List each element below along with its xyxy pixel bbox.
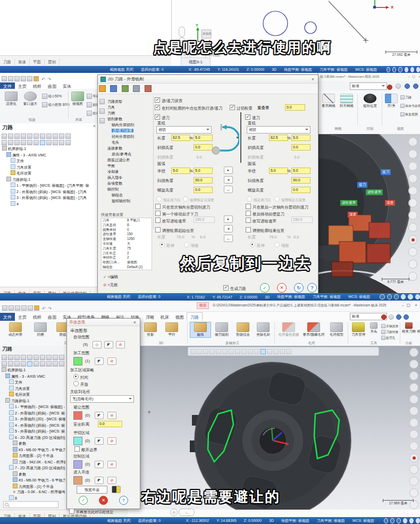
tree-item[interactable]: 2 - 外形铣削 (斜插) - [WCS: 俯 <box>2 410 65 417</box>
checkbox[interactable] <box>155 211 161 216</box>
dialog-title-bar[interactable]: 2D 刀路 - 外形铣削 × <box>98 75 318 84</box>
panel-toolbar-icon[interactable] <box>21 361 26 367</box>
auto-clear-button[interactable]: ⊘ <box>116 341 125 348</box>
overlap-field[interactable]: 0.0 <box>285 104 305 111</box>
leadin-line-type[interactable]: 相切 <box>156 126 212 134</box>
section-view-status[interactable]: 截面视图 关闭 <box>107 294 130 300</box>
status-icon[interactable] <box>387 67 390 72</box>
pocket-button[interactable]: 挖槽 <box>30 322 51 337</box>
leadin-length[interactable]: 5.0 <box>194 135 213 141</box>
open-radio[interactable]: 开放 <box>73 381 88 387</box>
tree-item[interactable]: 文件 <box>2 158 96 164</box>
leadin-radius-pct[interactable]: 5.0 <box>171 168 190 174</box>
dialog-tree-item[interactable]: 原点/参考点 <box>106 151 152 157</box>
copy-right-button[interactable]: ▸ <box>224 215 233 223</box>
panel-search[interactable] <box>3 501 58 508</box>
checkbox[interactable] <box>246 211 251 216</box>
select-tool-icon[interactable] <box>267 349 272 354</box>
unified-button[interactable]: 智能综合 <box>233 322 253 337</box>
tree-item[interactable]: 1 - 平面铣削 - [WCS: 俯视图] - <box>2 404 65 410</box>
view-control-button[interactable] <box>408 174 417 183</box>
view-control-button[interactable] <box>408 247 417 256</box>
machining-range-swatch[interactable] <box>73 357 82 365</box>
status-icon[interactable] <box>384 518 388 523</box>
entry-select-button[interactable]: ◤ <box>95 477 104 484</box>
radio[interactable] <box>156 196 162 202</box>
radio[interactable] <box>183 196 188 202</box>
leadout-extend[interactable]: 延伸 <box>250 242 265 248</box>
auto-select-button[interactable]: ◤ <box>104 341 113 348</box>
gouge-check[interactable]: 过切检查 <box>230 105 253 111</box>
tree-item[interactable]: 6 - 2D 高速刀路 (2D 区域铣削) <box>2 435 65 441</box>
close-icon[interactable]: × <box>132 320 138 325</box>
select-tool-icon[interactable] <box>190 349 196 354</box>
checkbox[interactable] <box>155 204 161 209</box>
hammer-icon[interactable] <box>99 85 106 92</box>
dialog-tree-item[interactable]: 圆弧过滤公差 <box>106 157 152 163</box>
tree-item[interactable]: 刀路 - 942.0K - 6.NC - 程序编号 <box>2 459 65 465</box>
view-control-button[interactable] <box>409 360 418 369</box>
tree-item-invalid[interactable]: ✕刀路 - 0.0K - 6.NC - 程序编号 <box>2 489 65 495</box>
ok-button[interactable]: ✓ <box>79 496 88 505</box>
view-control-button[interactable] <box>408 186 417 195</box>
panel-toolbar-icon[interactable] <box>2 361 7 367</box>
tree-item[interactable]: 属性 - 3 - AXIS VMC <box>2 152 96 159</box>
tree-item[interactable]: 2 - 外形铣削 (斜插) - [WCS: 俯视图] - [刀具 <box>2 189 96 195</box>
dialog-tree-item[interactable]: 刀具 <box>106 104 152 110</box>
leadin-override-feed[interactable]: 改写进给速率 <box>155 218 186 224</box>
panel-toolbar-icon[interactable] <box>2 140 7 145</box>
tplane[interactable]: 刀具平面: 俯视图 <box>317 518 345 523</box>
tree-item[interactable]: 4 - 外形铣削 (斜插) - [WCS: 俯 <box>2 422 65 429</box>
leadin-sweep[interactable]: 90.0 <box>194 177 213 184</box>
deburr-button[interactable]: 去除毛刺 <box>253 322 273 337</box>
cancel-button[interactable]: ✕ <box>277 283 287 293</box>
leadout-adjust-end[interactable]: 调整轮廓结束位置 <box>246 227 284 234</box>
tplane[interactable]: 刀具平面: 俯视图 <box>313 294 341 300</box>
panel-toolbar-icon[interactable] <box>40 361 45 367</box>
status-icon[interactable] <box>410 67 414 72</box>
mode-3d[interactable]: 3D <box>272 68 276 71</box>
radio[interactable] <box>73 381 79 386</box>
onoff-button[interactable]: 开/关 <box>384 94 399 109</box>
project-button[interactable]: 投影 <box>140 322 161 337</box>
leadout-override-value[interactable]: 150.0 <box>291 217 313 223</box>
leadin-first-move[interactable]: 第一个移动后才下刀 <box>155 211 198 217</box>
status-icon[interactable] <box>387 294 392 300</box>
copy-left-button[interactable]: ◂ <box>224 225 233 232</box>
view-control-button[interactable] <box>408 223 417 232</box>
doc-tab[interactable]: 实体 <box>15 59 30 65</box>
win2-title-bar[interactable]: ↶ ↷ 模拟 G:\2024\3.0\Mastercam2025\录制课文件\1… <box>0 301 420 312</box>
undo-icon[interactable]: ↶ <box>42 306 46 311</box>
select-tool-icon[interactable] <box>197 349 202 354</box>
panel-toolbar-icon[interactable] <box>27 140 32 145</box>
panel-toolbar-icon[interactable] <box>33 361 39 367</box>
top-view-button[interactable]: 俯视图 <box>70 92 86 106</box>
leadin-extend[interactable]: 延伸 <box>159 242 174 248</box>
select-tool-icon[interactable] <box>273 349 279 354</box>
min-icon[interactable]: – <box>408 73 410 81</box>
cplane[interactable]: 绘图平面: 俯视图 <box>277 294 305 300</box>
stock-shading-button[interactable]: 毛坯着色切换 <box>276 322 301 337</box>
leadout-sweep[interactable]: 90.0 <box>291 177 310 184</box>
tree-item[interactable]: 参数 <box>2 471 65 478</box>
dialog-tree-item[interactable]: 径向分层切削 <box>106 134 152 139</box>
side-icon[interactable] <box>99 118 105 123</box>
tree-item[interactable]: 7 - 2D 高速刀路 (2D 区域铣削) <box>2 465 65 471</box>
leadout-enable[interactable]: 退刀 <box>245 114 260 121</box>
dialog-title-bar[interactable]: 串连选项 × <box>67 319 140 326</box>
control-clear-button[interactable]: ⊘ <box>107 461 116 468</box>
tree-item[interactable]: 刀具设置 <box>2 386 65 392</box>
mode-3d[interactable]: 3D <box>269 519 274 522</box>
stock-link-dropdown[interactable]: 无(忽略毛坯) <box>70 395 134 403</box>
tree-item[interactable]: 5 - 外形铣削 (斜插) - [WCS: 俯 <box>2 428 65 435</box>
open-boundary-check[interactable]: 敞开边界 <box>74 446 97 453</box>
preview-color-button[interactable] <box>112 486 121 493</box>
panel-toolbar-icon[interactable] <box>33 140 39 145</box>
dialog-tree-item[interactable]: 冷却液 <box>106 169 152 174</box>
tree-item[interactable]: #3 - M6.00 平铣刀 - 6 平铣刀 <box>2 477 65 484</box>
section-view-status[interactable]: 截面视图 关闭 <box>107 518 130 523</box>
dialog-tree-item[interactable]: 旋转轴控制 <box>106 198 152 204</box>
panel-toolbar-icon[interactable] <box>27 361 32 367</box>
capture-icon[interactable] <box>389 314 394 320</box>
panel-toolbar-icon[interactable] <box>46 361 52 367</box>
